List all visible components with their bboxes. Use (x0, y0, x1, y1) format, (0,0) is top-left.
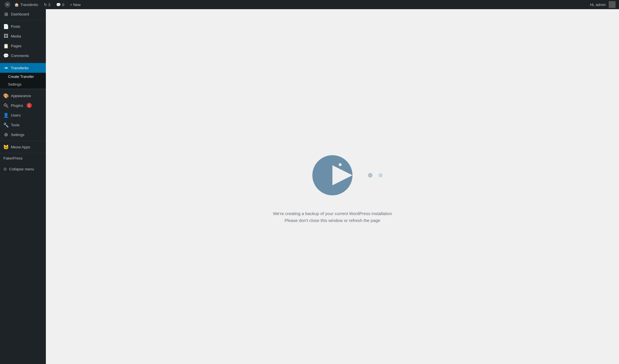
sidebar-item-label: Posts (11, 24, 20, 29)
menu-separator-3 (0, 89, 46, 90)
menu-separator-5 (0, 153, 46, 153)
sidebar-item-label: Users (11, 113, 21, 117)
pages-icon: 📋 (3, 43, 9, 48)
pacman-eye (339, 163, 342, 166)
sidebar-item-label: Media (11, 34, 21, 38)
sidebar-item-label: Plugins (11, 103, 23, 108)
pacman-body (312, 155, 352, 195)
dot-1 (368, 173, 373, 178)
menu-separator-4 (0, 141, 46, 141)
sidebar-item-label: Pages (11, 44, 21, 48)
new-content-button[interactable]: + New (67, 0, 83, 9)
sidebar-item-label: Settings (11, 133, 24, 137)
sidebar-item-pages[interactable]: 📋 Pages (0, 41, 46, 51)
loading-line-1: We're creating a backup of your current … (273, 210, 392, 217)
admin-bar: W 🏠 Transferito ↻ 2 💬 0 + New Hi, admin (0, 0, 619, 9)
plugins-update-badge: 1 (27, 103, 32, 108)
active-arrow (44, 66, 46, 70)
comments-link[interactable]: 💬 0 (53, 0, 67, 9)
updates-count: 2 (48, 3, 50, 7)
menu-separator-2 (0, 62, 46, 62)
greeting-text: Hi, admin (590, 3, 606, 7)
pacman-mouth (332, 165, 352, 185)
users-icon: 👤 (3, 113, 9, 118)
meow-apps-icon: 🐱 (3, 144, 9, 149)
dashboard-icon: ⊞ (3, 11, 9, 17)
site-home-icon: 🏠 (14, 3, 19, 7)
sidebar-item-label: Transferito (11, 66, 29, 70)
comments-icon: 💬 (3, 53, 9, 58)
settings-icon: ⚙ (3, 132, 9, 137)
sidebar-item-tools[interactable]: 🔧 Tools (0, 120, 46, 130)
sidebar-item-posts[interactable]: 📄 Posts (0, 21, 46, 31)
updates-link[interactable]: ↻ 2 (41, 0, 53, 9)
sidebar-item-label: Dashboard (11, 12, 29, 16)
sidebar-item-appearance[interactable]: 🎨 Appearance (0, 91, 46, 101)
collapse-icon: ⊙ (3, 167, 7, 171)
loading-line-2: Please don't close this window or refres… (273, 217, 392, 224)
comments-count: 0 (62, 3, 64, 7)
transferito-icon: ⇒ (3, 65, 9, 70)
submenu-label: Settings (8, 82, 21, 86)
site-name-link[interactable]: 🏠 Transferito (11, 0, 41, 9)
sidebar-item-label: Meow Apps (11, 145, 30, 149)
wp-logo[interactable]: W (3, 0, 11, 9)
updates-icon: ↻ (44, 3, 47, 7)
appearance-icon: 🎨 (3, 93, 9, 98)
sidebar-item-label: Tools (11, 123, 19, 127)
loading-text-block: We're creating a backup of your current … (273, 210, 392, 224)
sidebar-item-meow-apps[interactable]: 🐱 Meow Apps (0, 142, 46, 152)
posts-icon: 📄 (3, 24, 9, 29)
svg-text:W: W (6, 3, 9, 6)
sidebar-submenu-create-transfer[interactable]: Create Transfer (0, 73, 46, 80)
pacman-loader (312, 155, 352, 195)
sidebar-item-label: Appearance (11, 94, 31, 98)
media-icon: 🖼 (3, 34, 9, 39)
fakerpress-label: FakerPress (3, 156, 22, 160)
sidebar-item-settings[interactable]: ⚙ Settings (0, 130, 46, 139)
collapse-menu-button[interactable]: ⊙ Collapse menu (0, 164, 46, 174)
new-label: + New (70, 3, 81, 7)
site-name-text: Transferito (20, 3, 38, 7)
submenu-label: Create Transfer (8, 74, 34, 79)
comments-icon: 💬 (56, 3, 61, 7)
dot-2 (379, 173, 383, 177)
loading-animation (301, 149, 364, 201)
sidebar-item-media[interactable]: 🖼 Media (0, 31, 46, 41)
plugins-icon: 🔌 (3, 103, 9, 108)
admin-avatar[interactable] (609, 1, 616, 8)
sidebar-item-users[interactable]: 👤 Users (0, 110, 46, 120)
main-content: We're creating a backup of your current … (46, 9, 619, 364)
sidebar-item-fakerpress[interactable]: FakerPress (0, 154, 46, 162)
menu-separator-1 (0, 20, 46, 20)
sidebar: ⊞ Dashboard 📄 Posts 🖼 Media 📋 Pages 💬 Co… (0, 9, 46, 364)
collapse-label: Collapse menu (9, 167, 34, 171)
sidebar-item-plugins[interactable]: 🔌 Plugins 1 (0, 101, 46, 110)
sidebar-item-comments[interactable]: 💬 Comments (0, 51, 46, 60)
sidebar-item-dashboard[interactable]: ⊞ Dashboard (0, 9, 46, 19)
sidebar-item-label: Comments (11, 54, 29, 58)
sidebar-submenu-settings[interactable]: Settings (0, 80, 46, 88)
loading-screen: We're creating a backup of your current … (273, 149, 392, 224)
adminbar-right: Hi, admin (590, 1, 616, 8)
tools-icon: 🔧 (3, 122, 9, 127)
sidebar-item-transferito[interactable]: ⇒ Transferito (0, 63, 46, 73)
